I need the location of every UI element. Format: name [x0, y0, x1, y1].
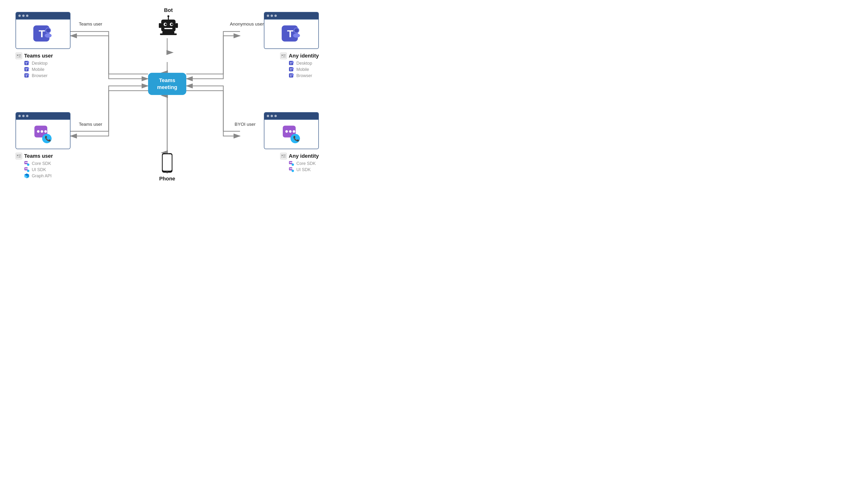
svg-point-74	[289, 130, 291, 133]
bottom-left-card-icon	[15, 153, 22, 159]
svg-point-65	[26, 168, 27, 169]
browser-titlebar-tr	[264, 12, 318, 19]
top-right-desktop-label: Desktop	[296, 61, 312, 66]
top-left-info-card: Teams user T Desktop T Mobile T	[15, 53, 53, 78]
teams-icon-browser-tr: T	[289, 73, 294, 78]
svg-point-31	[293, 33, 300, 38]
top-right-card-header: Any identity	[280, 53, 319, 59]
svg-point-79	[282, 155, 283, 156]
svg-point-96	[165, 24, 167, 25]
bottom-left-coresdk-label: Core SDK	[32, 161, 51, 166]
svg-point-90	[291, 168, 291, 169]
browser-dot-tr-1	[267, 15, 269, 17]
svg-point-12	[45, 33, 52, 38]
svg-point-13	[46, 28, 51, 32]
svg-text:T: T	[290, 62, 292, 65]
bottom-right-card-header: Any identity	[280, 153, 319, 159]
top-right-item-browser: T Browser	[280, 73, 319, 78]
bottom-right-info-card: Any identity Core SDK UI SDK	[280, 153, 319, 172]
bottom-left-info-card: Teams user Core SDK UI SDK	[15, 153, 53, 178]
browser-dot-tr-3	[274, 15, 277, 17]
svg-text:T: T	[25, 68, 27, 71]
bottom-left-item-coresdk: Core SDK	[15, 161, 53, 166]
browser-dot-tr-2	[271, 15, 273, 17]
svg-point-67	[27, 170, 29, 172]
arrow-label-top-right: Anonymous user	[230, 21, 264, 27]
svg-point-91	[291, 168, 292, 169]
svg-rect-104	[160, 33, 177, 35]
browser-titlebar-tl	[16, 12, 70, 19]
svg-point-46	[292, 74, 294, 76]
svg-point-50	[44, 130, 47, 133]
browser-dot-br-3	[274, 115, 277, 117]
arrow-label-bottom-left: Teams user	[79, 122, 102, 127]
top-left-desktop-label: Desktop	[32, 61, 47, 66]
top-left-browser-window: T	[15, 12, 70, 49]
diagram: T Teams user	[6, 5, 328, 191]
svg-point-100	[168, 15, 169, 17]
svg-rect-106	[163, 154, 172, 171]
bottom-right-card-icon	[280, 153, 287, 159]
svg-point-87	[291, 163, 294, 166]
bottom-right-item-uisdk: UI SDK	[280, 167, 319, 172]
teams-icon-mobile-tl: T	[24, 67, 29, 72]
top-left-item-browser: T Browser	[15, 73, 53, 78]
top-right-mobile-label: Mobile	[296, 67, 309, 72]
svg-point-34	[282, 55, 283, 56]
top-left-card-header: Teams user	[15, 53, 53, 59]
sdk-icon-uisdk-br	[289, 167, 294, 172]
top-right-info-card: Any identity T Desktop T Mobile T	[280, 53, 319, 78]
svg-point-43	[292, 68, 294, 70]
svg-text:T: T	[290, 74, 292, 77]
svg-point-61	[27, 162, 28, 163]
bottom-right-coresdk-label: Core SDK	[296, 161, 316, 166]
svg-point-49	[41, 130, 43, 133]
svg-point-60	[26, 162, 27, 163]
teams-icon-browser-tl: T	[24, 73, 29, 78]
svg-text:📞: 📞	[293, 135, 300, 142]
svg-point-66	[27, 168, 28, 169]
sdk-icon-coresdk-br	[289, 161, 294, 166]
bottom-right-uisdk-label: UI SDK	[296, 167, 311, 172]
svg-point-15	[17, 55, 18, 56]
browser-dot-bl-1	[18, 115, 21, 117]
top-left-card-title: Teams user	[24, 53, 53, 59]
browser-body-br: 📞	[264, 119, 318, 149]
teams-meeting-box: Teams meeting	[148, 73, 186, 95]
browser-titlebar-bl	[16, 113, 70, 119]
bot-label: Bot	[164, 7, 173, 13]
svg-point-40	[292, 61, 294, 63]
svg-rect-102	[175, 23, 178, 28]
sdk-icon-uisdk-bl	[24, 167, 29, 172]
top-right-card-icon	[280, 53, 287, 59]
top-left-mobile-label: Mobile	[32, 67, 44, 72]
top-right-browser-window: T	[264, 12, 319, 49]
svg-point-27	[27, 74, 29, 76]
svg-text:T: T	[287, 28, 293, 39]
svg-point-24	[27, 68, 29, 70]
browser-dot-1	[18, 15, 21, 17]
svg-point-32	[295, 28, 299, 32]
svg-text:📞: 📞	[45, 135, 51, 142]
top-left-item-mobile: T Mobile	[15, 67, 53, 72]
bottom-left-uisdk-label: UI SDK	[32, 167, 46, 172]
svg-point-73	[285, 130, 288, 133]
svg-point-54	[17, 155, 18, 156]
phone-icon	[159, 153, 175, 174]
svg-point-92	[291, 170, 294, 172]
bottom-right-card-title: Any identity	[289, 153, 319, 159]
browser-dot-bl-3	[26, 115, 28, 117]
top-right-browser-label: Browser	[296, 73, 312, 78]
sdk-icon-coresdk-bl	[24, 161, 29, 166]
top-left-card-icon	[15, 53, 22, 59]
teams-logo-tl: T	[32, 24, 54, 44]
svg-text:T: T	[25, 62, 27, 65]
svg-point-48	[37, 130, 40, 133]
teams-icon-desktop-tr: T	[289, 61, 294, 66]
arrow-label-top-left: Teams user	[79, 21, 102, 27]
browser-body-tl: T	[16, 19, 70, 48]
svg-rect-101	[159, 23, 161, 28]
svg-rect-108	[165, 153, 169, 154]
svg-text:T: T	[25, 74, 27, 77]
svg-point-75	[292, 130, 295, 133]
